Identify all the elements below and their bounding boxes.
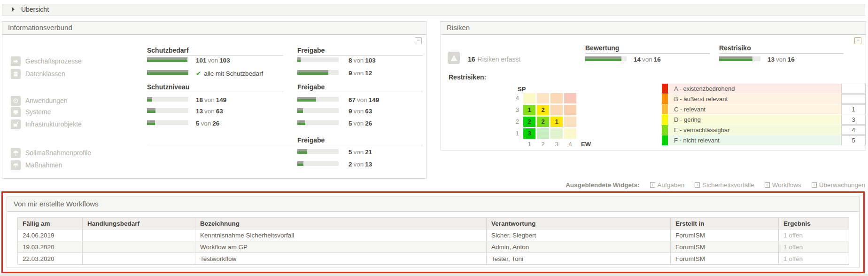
- process-arrow-icon: [11, 56, 21, 66]
- legend-label: D - gering: [668, 115, 841, 125]
- cell-name: Testworkflow: [195, 253, 487, 265]
- cell-name: Workflow am GP: [195, 241, 487, 253]
- divider: [719, 53, 844, 54]
- divider: [297, 92, 423, 92]
- uebersicht-accordion-label: Übersicht: [21, 6, 49, 13]
- divider: [147, 55, 283, 55]
- progress-bar: [147, 120, 188, 125]
- legend-count: 4: [841, 125, 866, 135]
- object-label: Systeme: [25, 108, 51, 116]
- progress-value: 9von63: [349, 108, 372, 115]
- column-header-bewertung: Bewertung: [585, 44, 619, 52]
- cell-result: 1 offen: [779, 253, 849, 265]
- progress-bar: [719, 56, 760, 61]
- matrix-cell: 3: [523, 128, 535, 139]
- matrix-x-tick: 4: [564, 141, 576, 148]
- matrix-cell: [564, 105, 576, 115]
- progress-bar: [147, 57, 188, 62]
- progress-bar: [297, 149, 339, 154]
- col-ergebnis[interactable]: Ergebnis: [779, 218, 849, 229]
- col-erstellt-in[interactable]: Erstellt in: [671, 218, 779, 229]
- legend-swatch: [662, 135, 668, 145]
- collapse-icon[interactable]: [415, 37, 422, 44]
- col-verantwortung[interactable]: Verantwortung: [487, 218, 671, 229]
- legend-swatch: [662, 94, 668, 104]
- matrix-y-tick: 3: [510, 106, 519, 113]
- object-label: Geschäftsprozesse: [25, 57, 82, 65]
- matrix-cell: [564, 128, 576, 139]
- progress-value: 8von103: [349, 57, 376, 64]
- row-infrastrukturobjekte: Infrastrukturobjekte: [11, 119, 82, 129]
- workflow-row[interactable]: 22.03.2020 Testworkflow Tester, Toni For…: [18, 253, 849, 265]
- cell-responsible: Admin, Anton: [487, 241, 671, 253]
- column-header-freigabe-3: Freigabe: [297, 136, 325, 144]
- matrix-cell: 1: [550, 117, 563, 127]
- workflows-table: Fällig am Handlungsbedarf Bezeichnung Ve…: [17, 217, 849, 265]
- legend-label: C - relevant: [668, 104, 841, 114]
- system-monitor-icon: [11, 107, 21, 117]
- matrix-cell: 1: [523, 105, 535, 115]
- divider: [585, 53, 710, 54]
- legend-label: E - vernachlässigbar: [668, 125, 841, 135]
- matrix-cell: [550, 128, 563, 139]
- legend-label: A - existenzbedrohend: [668, 84, 841, 94]
- object-label: Maßnahmen: [25, 161, 62, 169]
- matrix-x-tick: 3: [550, 141, 563, 148]
- dashboard: Übersicht Informationsverbund Schutzbeda…: [0, 0, 868, 276]
- progress-value: 101von103: [196, 57, 230, 64]
- col-handlungsbedarf[interactable]: Handlungsbedarf: [83, 218, 195, 229]
- show-widget-aufgaben[interactable]: Aufgaben: [650, 181, 685, 189]
- legend-swatch: [662, 115, 668, 125]
- workflows-panel: Von mir erstellte Workflows Fällig am Ha…: [7, 197, 860, 268]
- uebersicht-accordion[interactable]: Übersicht: [2, 4, 865, 16]
- profiles-umbrella-icon: [11, 148, 21, 158]
- column-header-schutzniveau: Schutzniveau: [147, 83, 189, 91]
- legend-count: 5: [841, 135, 866, 145]
- object-label: Sollmaßnahmenprofile: [25, 149, 91, 157]
- row-sollmassnahmenprofile: Sollmaßnahmenprofile: [11, 148, 91, 158]
- cell-need: [83, 253, 195, 265]
- column-header-restrisiko: Restrisiko: [719, 44, 751, 52]
- legend-label: F - nicht relevant: [668, 135, 841, 145]
- matrix-cell: 2: [523, 117, 535, 127]
- risk-warning-icon: [448, 52, 460, 64]
- dataclass-database-icon: [11, 69, 21, 79]
- progress-value: 14von16: [634, 56, 661, 63]
- legend-swatch: [662, 125, 668, 135]
- restrisiken-label: Restrisiken:: [449, 73, 486, 81]
- progress-bar: [297, 108, 339, 113]
- cell-result: 1 offen: [779, 229, 849, 241]
- matrix-cell: [550, 105, 563, 115]
- divider: [297, 55, 423, 55]
- matrix-cell: 2: [537, 117, 549, 127]
- progress-bar: [297, 120, 339, 125]
- matrix-x-tick: 1: [523, 141, 535, 148]
- progress-value: 2von13: [349, 161, 372, 168]
- progress-value: 5von21: [349, 149, 372, 156]
- col-faellig-am[interactable]: Fällig am: [18, 218, 83, 229]
- progress-value: 13von16: [767, 56, 795, 63]
- infrastructure-factory-icon: [11, 119, 21, 129]
- column-header-freigabe-1: Freigabe: [297, 47, 325, 54]
- show-widget-sicherheitsvorfaelle[interactable]: Sicherheitsvorfälle: [695, 181, 754, 189]
- workflow-row[interactable]: 19.03.2020 Workflow am GP Admin, Anton F…: [18, 241, 849, 253]
- progress-value: 18von149: [196, 96, 226, 103]
- check-icon: ✔: [196, 70, 201, 77]
- workflow-row[interactable]: 24.06.2019 Kenntnisnahme Sicherheitsvorf…: [18, 229, 849, 241]
- matrix-cell: [523, 93, 535, 103]
- cell-need: [83, 241, 195, 253]
- show-widget-ueberwachungen[interactable]: Überwachungen: [812, 181, 865, 189]
- progress-bar: [297, 70, 339, 75]
- plus-icon: [812, 182, 817, 188]
- collapse-icon[interactable]: [854, 37, 861, 44]
- divider: [147, 145, 423, 145]
- matrix-x-axis-label: EW: [581, 141, 591, 148]
- progress-value: 5von26: [196, 120, 219, 127]
- row-systeme: Systeme: [11, 107, 51, 117]
- show-widget-workflows[interactable]: Workflows: [765, 181, 801, 189]
- col-bezeichnung[interactable]: Bezeichnung: [195, 218, 487, 229]
- cell-due: 22.03.2020: [18, 253, 83, 265]
- legend-swatch: [662, 104, 668, 114]
- progress-value: 5von26: [349, 120, 372, 127]
- measures-umbrella-icon: [11, 160, 21, 170]
